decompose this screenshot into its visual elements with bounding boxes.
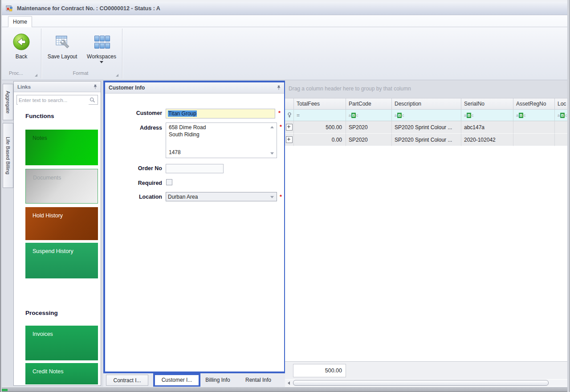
credit-notes-button[interactable]: Credit Notes [25,363,98,384]
cell-serialno[interactable]: abc147a [461,121,513,134]
customer-input[interactable]: Titan Group [166,109,275,118]
filter-partcode[interactable]: aBc [346,110,392,121]
hold-history-button[interactable]: Hold History [25,207,98,240]
grid-row-2[interactable]: 0.00 SP2020 SP2020 Sprint Colour ... 202… [285,134,567,146]
cell-partcode[interactable]: SP2020 [346,121,392,134]
abc-filter-icon: aBc [558,113,567,118]
combo-dropdown-icon[interactable] [270,196,274,198]
ribbon-group-process-label: Proc... [9,70,36,79]
cell-description[interactable]: SP2020 Sprint Colour ... [392,121,461,134]
horizontal-scrollbar[interactable] [285,380,567,386]
status-progress-fragment [1,389,8,391]
cell-totalfees[interactable]: 0.00 [294,134,346,146]
location-select[interactable]: Durban Area [166,192,277,201]
group-by-hint: Drag a column header here to group by th… [289,86,411,92]
links-panel: Links Functions Notes Documents Hold His… [13,81,101,386]
ribbon: Home Back [2,15,567,80]
scroll-up-icon[interactable] [270,126,274,128]
cell-description[interactable]: SP2020 Sprint Colour ... [392,134,461,146]
required-marker-3: * [280,193,282,200]
cell-partcode[interactable]: SP2020 [346,134,392,146]
tab-billing-info[interactable]: Billing Info [203,375,232,386]
scroll-down-icon[interactable] [270,152,274,155]
grid-filter-row: = aBc aBc aBc aBc aBc [285,110,567,121]
header-totalfees[interactable]: TotalFees [294,98,346,110]
customer-label: Customer [105,110,162,116]
dialog-launcher-icon-2[interactable] [116,74,118,77]
location-value: Durban Area [168,194,198,200]
tab-contract-info[interactable]: Contract I... [106,375,148,386]
header-location[interactable]: Loc [555,98,567,110]
tab-rental-info[interactable]: Rental Info [242,375,274,386]
required-checkbox[interactable] [166,179,172,185]
search-icon[interactable] [90,97,95,104]
cell-totalfees[interactable]: 500.00 [294,121,346,134]
side-tab-life-based-billing[interactable]: Life Based Billing [3,123,13,188]
workspaces-icon [82,31,121,53]
cell-assetregno[interactable] [513,134,555,146]
window-title: Maintenance for Contract No. : CO0000012… [17,2,160,15]
pin-icon[interactable] [93,84,98,91]
order-no-label: Order No [105,165,162,172]
cell-location[interactable] [555,134,567,146]
abc-filter-icon: aBc [516,113,526,118]
dialog-launcher-icon[interactable] [35,74,37,77]
side-tab-aggregate[interactable]: Aggregate [3,84,13,120]
required-marker: * [278,110,281,116]
abc-filter-icon: aBc [349,113,358,118]
status-strip [0,387,570,392]
filter-serialno[interactable]: aBc [461,110,513,121]
back-label: Back [7,53,36,60]
ribbon-tabline [2,27,567,27]
workspaces-button[interactable]: Workspaces [82,31,121,70]
app-form-icon [6,5,13,12]
notes-button[interactable]: Notes [25,130,98,165]
filter-description[interactable]: aBc [392,110,461,121]
application-window: Maintenance for Contract No. : CO0000012… [0,0,570,392]
customer-pin-icon[interactable] [277,85,281,92]
scrollbar-left-arrow-icon[interactable] [288,381,290,385]
cell-serialno[interactable]: 2020-102042 [461,134,513,146]
documents-button[interactable]: Documents [25,169,98,204]
address-label: Address [105,125,162,131]
header-serialno[interactable]: SerialNo [461,98,513,110]
window-edge-left [0,0,2,392]
customer-panel-tabstrip: Contract I... Customer I... Billing Info… [103,373,286,387]
scrollbar-thumb[interactable] [293,380,549,386]
grid-row-1[interactable]: 500.00 SP2020 SP2020 Sprint Colour ... a… [285,121,567,134]
ribbon-group-separator [41,29,41,78]
back-icon [7,31,36,53]
filter-assetregno[interactable]: aBc [513,110,555,121]
search-input[interactable] [18,96,89,105]
links-search-box [16,95,98,105]
suspend-history-button[interactable]: Suspend History [25,243,98,278]
tab-home[interactable]: Home [8,16,32,27]
filter-totalfees[interactable]: = [294,110,346,121]
invoices-button[interactable]: Invoices [25,326,98,360]
filter-location[interactable]: aBc [555,110,567,121]
customer-input-selected-text: Titan Group [168,110,197,117]
header-assetregno[interactable]: AssetRegNo [513,98,555,110]
header-description[interactable]: Description [392,98,461,110]
window-titlebar: Maintenance for Contract No. : CO0000012… [2,2,567,15]
address-textarea[interactable]: 658 Dime Road South Riding 1478 [166,122,277,158]
grid-summary-footer: 500.00 [285,361,567,379]
processing-heading: Processing [25,310,58,316]
save-layout-icon [45,31,80,53]
group-by-panel[interactable]: Drag a column header here to group by th… [285,80,567,98]
workspaces-label: Workspaces [82,53,121,60]
order-no-input[interactable] [166,164,224,173]
cell-assetregno[interactable] [513,121,555,134]
save-layout-button[interactable]: Save Layout [45,31,80,70]
links-panel-header: Links [14,82,101,92]
back-button[interactable]: Back [7,31,36,70]
address-line-3: 1478 [169,149,181,155]
cell-location[interactable] [555,121,567,134]
customer-info-panel: Customer Info Customer Titan Group * Add… [103,81,286,373]
tab-customer-info[interactable]: Customer I... [153,373,200,387]
links-panel-title: Links [17,82,31,92]
totalfees-summary: 500.00 [293,364,346,377]
header-partcode[interactable]: PartCode [346,98,392,110]
header-indicator [285,98,294,110]
customer-info-title: Customer Info [109,82,145,93]
